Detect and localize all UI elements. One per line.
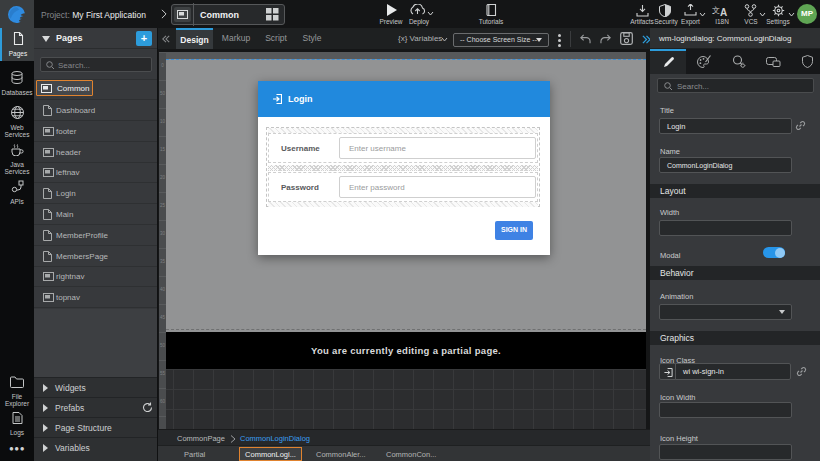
svg-text:A: A xyxy=(720,7,727,17)
svg-text:文: 文 xyxy=(712,6,720,15)
